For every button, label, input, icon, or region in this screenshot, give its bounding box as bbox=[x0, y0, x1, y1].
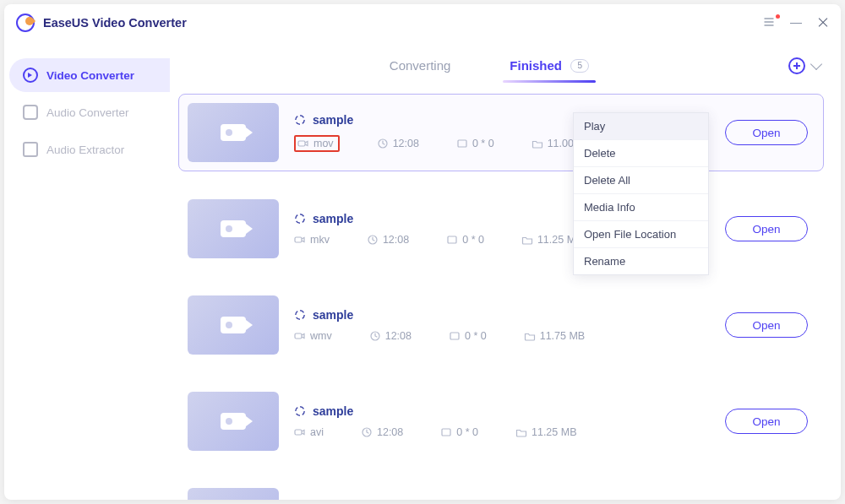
sidebar-item-audio-extractor[interactable]: Audio Extractor bbox=[9, 133, 170, 166]
open-button[interactable]: Open bbox=[725, 312, 808, 338]
file-row[interactable]: sample mkv 12:08 bbox=[178, 190, 824, 268]
file-name: sample bbox=[313, 212, 353, 225]
svg-point-0 bbox=[296, 116, 304, 124]
video-thumbnail bbox=[188, 488, 279, 500]
file-meta: sample avi 12:08 bbox=[294, 404, 710, 438]
camera-small-icon bbox=[294, 426, 306, 438]
tab-count-badge: 5 bbox=[570, 59, 589, 73]
duration-field: 12:08 bbox=[367, 234, 409, 246]
size-value: 11.75 MB bbox=[540, 330, 586, 342]
dimensions-field: 0 * 0 bbox=[449, 330, 487, 342]
context-menu: PlayDeleteDelete AllMedia InfoOpen File … bbox=[573, 112, 709, 275]
size-field: 11.25 MB bbox=[515, 426, 577, 438]
file-name: sample bbox=[313, 113, 353, 127]
format-field: avi bbox=[294, 426, 324, 438]
file-row[interactable]: sample wmv 12:08 bbox=[178, 286, 824, 364]
context-menu-item[interactable]: Rename bbox=[574, 248, 708, 274]
svg-point-12 bbox=[296, 407, 304, 415]
clock-icon bbox=[369, 330, 381, 342]
status-icon bbox=[294, 213, 306, 225]
status-icon bbox=[294, 114, 306, 126]
format-value: avi bbox=[310, 426, 324, 438]
app-title: EaseUS Video Converter bbox=[43, 16, 187, 30]
svg-rect-7 bbox=[448, 236, 456, 243]
svg-rect-13 bbox=[295, 430, 302, 435]
video-thumbnail bbox=[188, 103, 279, 162]
folder-icon bbox=[521, 234, 533, 246]
camera-small-icon bbox=[294, 234, 306, 246]
clock-icon bbox=[367, 234, 379, 246]
add-file-button[interactable] bbox=[788, 57, 805, 74]
svg-rect-15 bbox=[442, 429, 450, 436]
file-name: sample bbox=[313, 308, 353, 322]
minimize-button[interactable] bbox=[790, 17, 802, 29]
video-icon bbox=[221, 317, 246, 333]
context-menu-item[interactable]: Delete bbox=[574, 140, 708, 167]
file-row[interactable]: sample mov 12:08 bbox=[178, 94, 824, 171]
sidebar-item-audio-converter[interactable]: Audio Converter bbox=[9, 95, 170, 129]
video-icon bbox=[221, 124, 246, 141]
status-icon bbox=[294, 405, 306, 417]
sidebar-item-label: Video Converter bbox=[46, 69, 134, 82]
tab-label: Converting bbox=[390, 58, 451, 73]
clock-icon bbox=[377, 138, 389, 149]
context-menu-item[interactable]: Play bbox=[574, 113, 708, 140]
context-menu-item[interactable]: Delete All bbox=[574, 167, 708, 194]
open-button[interactable]: Open bbox=[725, 216, 808, 241]
context-menu-item[interactable]: Open File Location bbox=[574, 221, 708, 248]
dimensions-icon bbox=[440, 426, 452, 438]
video-thumbnail bbox=[188, 199, 279, 258]
open-button[interactable]: Open bbox=[725, 120, 808, 145]
add-file-chevron-icon[interactable] bbox=[810, 58, 822, 70]
svg-point-8 bbox=[296, 311, 304, 319]
format-field: mkv bbox=[294, 234, 330, 246]
format-field: mov bbox=[294, 135, 340, 152]
format-value: mkv bbox=[310, 234, 330, 246]
dimensions-field: 0 * 0 bbox=[440, 426, 478, 438]
duration-field: 12:08 bbox=[361, 426, 403, 438]
app-logo-icon bbox=[16, 14, 35, 32]
file-list: sample mov 12:08 bbox=[170, 84, 841, 500]
format-value: wmv bbox=[310, 330, 332, 342]
tabs-bar: Converting Finished 5 bbox=[170, 41, 841, 84]
dimensions-value: 0 * 0 bbox=[462, 234, 484, 246]
sidebar-item-video-converter[interactable]: Video Converter bbox=[9, 58, 170, 92]
dimensions-value: 0 * 0 bbox=[456, 426, 478, 438]
svg-rect-9 bbox=[295, 333, 302, 339]
svg-rect-1 bbox=[298, 141, 305, 146]
format-value: mov bbox=[313, 138, 334, 149]
file-meta: sample wmv 12:08 bbox=[294, 308, 710, 342]
dimensions-value: 0 * 0 bbox=[472, 138, 494, 149]
file-row[interactable]: sample mp4 00:03 bbox=[178, 479, 824, 500]
svg-rect-11 bbox=[450, 333, 459, 339]
window-controls bbox=[763, 16, 829, 30]
format-field: wmv bbox=[294, 330, 332, 342]
clock-icon bbox=[361, 426, 373, 438]
duration-value: 12:08 bbox=[385, 330, 412, 342]
dimensions-field: 0 * 0 bbox=[446, 234, 484, 246]
tab-converting[interactable]: Converting bbox=[390, 58, 451, 83]
notification-dot-icon bbox=[776, 14, 780, 19]
close-button[interactable] bbox=[817, 17, 829, 29]
tab-finished[interactable]: Finished 5 bbox=[510, 58, 589, 83]
audio-converter-icon bbox=[23, 105, 38, 120]
file-row[interactable]: sample avi 12:08 bbox=[178, 382, 824, 460]
dimensions-field: 0 * 0 bbox=[456, 138, 494, 149]
open-button[interactable]: Open bbox=[725, 409, 808, 434]
duration-value: 12:08 bbox=[383, 234, 409, 246]
camera-small-icon bbox=[294, 330, 306, 342]
sidebar-item-label: Audio Extractor bbox=[46, 144, 124, 156]
context-menu-item[interactable]: Media Info bbox=[574, 194, 708, 221]
duration-field: 12:08 bbox=[377, 138, 419, 149]
sidebar-item-label: Audio Converter bbox=[46, 106, 129, 119]
video-icon bbox=[221, 220, 246, 237]
size-field: 11.75 MB bbox=[524, 330, 586, 342]
dimensions-value: 0 * 0 bbox=[465, 330, 487, 342]
duration-field: 12:08 bbox=[369, 330, 412, 342]
audio-extractor-icon bbox=[23, 142, 38, 157]
status-icon bbox=[294, 309, 306, 321]
folder-icon bbox=[524, 330, 536, 342]
menu-icon[interactable] bbox=[763, 16, 775, 30]
file-name: sample bbox=[313, 404, 353, 418]
sidebar: Video Converter Audio Converter Audio Ex… bbox=[4, 41, 170, 500]
